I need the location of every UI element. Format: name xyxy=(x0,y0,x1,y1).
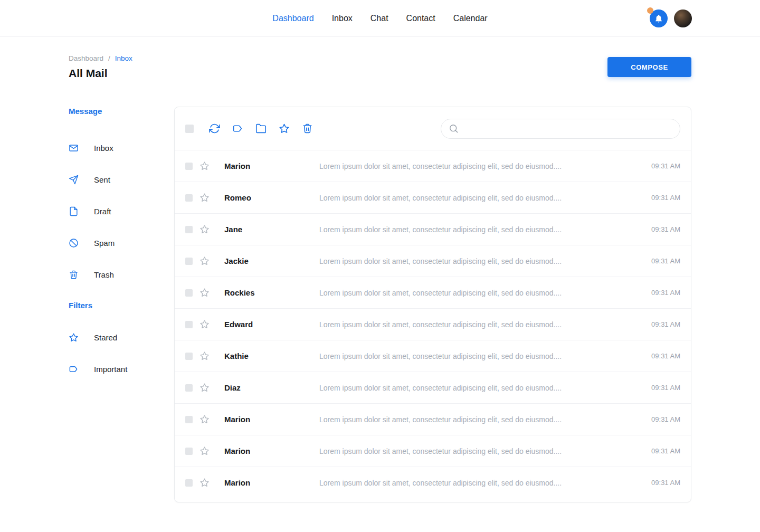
email-row[interactable]: JaneLorem ipsum dolor sit amet, consecte… xyxy=(175,213,691,245)
nav-link-calendar[interactable]: Calendar xyxy=(453,14,488,23)
email-preview: Lorem ipsum dolor sit amet, consectetur … xyxy=(319,257,641,265)
email-time: 09:31 AM xyxy=(651,289,680,297)
label-icon xyxy=(232,123,243,134)
breadcrumb-dashboard[interactable]: Dashboard xyxy=(69,54,103,62)
star-toggle[interactable] xyxy=(200,161,210,171)
toolbar-star-button[interactable] xyxy=(279,123,290,134)
trash-icon xyxy=(69,270,79,280)
email-checkbox[interactable] xyxy=(185,384,193,392)
star-icon xyxy=(200,224,210,234)
email-checkbox[interactable] xyxy=(185,353,193,360)
sidebar-item-label: Draft xyxy=(94,207,111,216)
user-avatar[interactable] xyxy=(674,10,692,27)
search-box xyxy=(441,119,680,139)
email-checkbox[interactable] xyxy=(185,226,193,233)
compose-button[interactable]: COMPOSE xyxy=(607,57,691,77)
email-preview: Lorem ipsum dolor sit amet, consectetur … xyxy=(319,352,641,360)
email-preview: Lorem ipsum dolor sit amet, consectetur … xyxy=(319,289,641,297)
email-preview: Lorem ipsum dolor sit amet, consectetur … xyxy=(319,162,641,170)
star-toggle[interactable] xyxy=(200,256,210,266)
sidebar-item-trash[interactable]: Trash xyxy=(69,269,174,280)
email-row[interactable]: MarionLorem ipsum dolor sit amet, consec… xyxy=(175,403,691,435)
email-row[interactable]: JackieLorem ipsum dolor sit amet, consec… xyxy=(175,245,691,277)
email-list: MarionLorem ipsum dolor sit amet, consec… xyxy=(175,150,691,498)
page-header: Dashboard / Inbox All Mail COMPOSE xyxy=(69,54,691,80)
star-toggle[interactable] xyxy=(200,351,210,361)
star-icon xyxy=(200,478,210,488)
star-toggle[interactable] xyxy=(200,193,210,203)
email-row[interactable]: MarionLorem ipsum dolor sit amet, consec… xyxy=(175,150,691,182)
breadcrumb-inbox[interactable]: Inbox xyxy=(115,54,132,62)
email-row[interactable]: KathieLorem ipsum dolor sit amet, consec… xyxy=(175,340,691,372)
folder-icon xyxy=(255,123,267,134)
sidebar-item-spam[interactable]: Spam xyxy=(69,238,174,248)
email-preview: Lorem ipsum dolor sit amet, consectetur … xyxy=(319,225,641,234)
email-time: 09:31 AM xyxy=(651,352,680,360)
sidebar-item-draft[interactable]: Draft xyxy=(69,206,174,216)
star-icon xyxy=(200,383,210,393)
sidebar-section-title-message: Message xyxy=(69,107,174,116)
email-checkbox[interactable] xyxy=(185,289,193,297)
toolbar-refresh-button[interactable] xyxy=(209,123,220,134)
notification-badge-dot xyxy=(647,7,653,14)
star-icon xyxy=(200,446,210,456)
nav-link-contact[interactable]: Contact xyxy=(406,14,435,23)
star-toggle[interactable] xyxy=(200,446,210,456)
sent-icon xyxy=(69,175,79,185)
breadcrumb: Dashboard / Inbox xyxy=(69,54,132,62)
email-row[interactable]: DiazLorem ipsum dolor sit amet, consecte… xyxy=(175,372,691,403)
toolbar-label-button[interactable] xyxy=(232,123,243,134)
email-checkbox[interactable] xyxy=(185,163,193,170)
email-row[interactable]: RockiesLorem ipsum dolor sit amet, conse… xyxy=(175,277,691,308)
email-row[interactable]: EdwardLorem ipsum dolor sit amet, consec… xyxy=(175,308,691,340)
sidebar-item-sent[interactable]: Sent xyxy=(69,174,174,185)
search-input[interactable] xyxy=(463,125,672,133)
nav-link-inbox[interactable]: Inbox xyxy=(332,14,353,23)
inbox-icon xyxy=(69,143,79,153)
breadcrumb-separator: / xyxy=(108,54,110,62)
email-checkbox[interactable] xyxy=(185,194,193,202)
email-time: 09:31 AM xyxy=(651,384,680,392)
email-time: 09:31 AM xyxy=(651,194,680,202)
email-preview: Lorem ipsum dolor sit amet, consectetur … xyxy=(319,384,641,392)
star-icon xyxy=(69,332,79,343)
email-preview: Lorem ipsum dolor sit amet, consectetur … xyxy=(319,194,641,202)
star-toggle[interactable] xyxy=(200,319,210,329)
star-toggle[interactable] xyxy=(200,414,210,424)
email-checkbox[interactable] xyxy=(185,416,193,423)
sidebar-section-title-filters: Filters xyxy=(69,301,174,310)
email-sender: Marion xyxy=(224,415,319,424)
email-time: 09:31 AM xyxy=(651,447,680,455)
email-preview: Lorem ipsum dolor sit amet, consectetur … xyxy=(319,320,641,329)
star-toggle[interactable] xyxy=(200,383,210,393)
toolbar-delete-button[interactable] xyxy=(302,123,313,134)
email-checkbox[interactable] xyxy=(185,479,193,487)
star-toggle[interactable] xyxy=(200,288,210,298)
star-toggle[interactable] xyxy=(200,224,210,234)
sidebar-item-label: Sent xyxy=(94,175,110,184)
trash-icon xyxy=(302,123,313,134)
email-preview: Lorem ipsum dolor sit amet, consectetur … xyxy=(319,447,641,455)
nav-link-chat[interactable]: Chat xyxy=(370,14,388,23)
email-checkbox[interactable] xyxy=(185,448,193,455)
email-time: 09:31 AM xyxy=(651,415,680,423)
star-icon xyxy=(200,319,210,329)
email-checkbox[interactable] xyxy=(185,258,193,265)
toolbar-folder-button[interactable] xyxy=(255,123,267,134)
notifications-button[interactable] xyxy=(650,10,668,27)
mail-panel: MarionLorem ipsum dolor sit amet, consec… xyxy=(174,107,691,502)
email-time: 09:31 AM xyxy=(651,257,680,265)
sidebar-item-stared[interactable]: Stared xyxy=(69,332,174,343)
sidebar-item-important[interactable]: Important xyxy=(69,364,174,374)
email-row[interactable]: MarionLorem ipsum dolor sit amet, consec… xyxy=(175,467,691,498)
email-checkbox[interactable] xyxy=(185,321,193,328)
select-all-checkbox[interactable] xyxy=(185,125,194,133)
toolbar-icons xyxy=(209,123,313,134)
nav-link-dashboard[interactable]: Dashboard xyxy=(272,14,314,23)
sidebar-item-inbox[interactable]: Inbox xyxy=(69,142,174,153)
email-row[interactable]: MarionLorem ipsum dolor sit amet, consec… xyxy=(175,435,691,467)
email-sender: Jane xyxy=(224,225,319,234)
star-toggle[interactable] xyxy=(200,478,210,488)
email-row[interactable]: RomeoLorem ipsum dolor sit amet, consect… xyxy=(175,182,691,213)
email-sender: Marion xyxy=(224,446,319,455)
